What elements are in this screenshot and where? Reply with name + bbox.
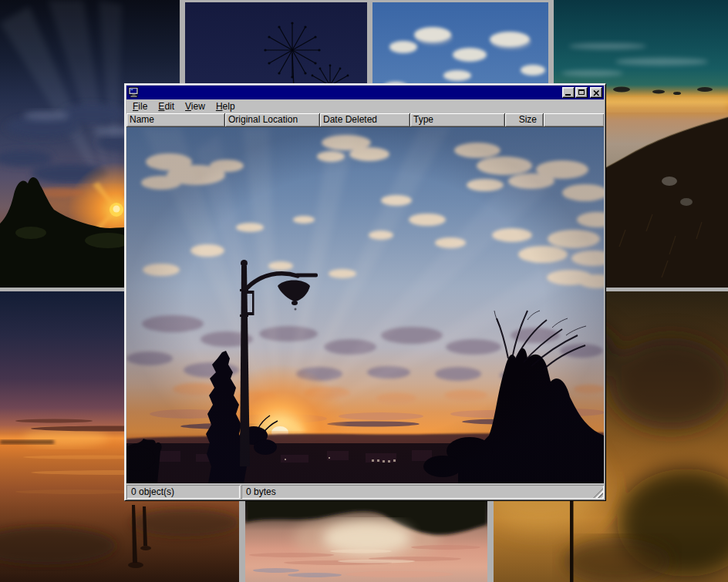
sunset-lamp-photo	[126, 127, 604, 483]
computer-icon[interactable]	[128, 87, 140, 98]
close-icon	[593, 90, 600, 96]
desktop: { "window": { "title": "", "menu": { "it…	[0, 0, 728, 582]
column-header-type[interactable]: Type	[410, 113, 505, 127]
minimize-button[interactable]	[562, 87, 575, 98]
column-headers: Name Original Location Date Deleted Type…	[126, 113, 604, 127]
column-header-original-location[interactable]: Original Location	[225, 113, 320, 127]
column-header-filler	[544, 113, 604, 127]
maximize-button[interactable]	[575, 87, 588, 98]
minimize-icon	[565, 94, 571, 96]
maximize-icon	[578, 89, 585, 95]
status-byte-count: 0 bytes	[241, 485, 604, 499]
recycle-bin-window: File Edit View Help Name Original Locati…	[124, 83, 606, 501]
column-header-name[interactable]: Name	[126, 113, 225, 127]
menu-edit[interactable]: Edit	[153, 100, 180, 113]
menu-help[interactable]: Help	[211, 100, 241, 113]
column-header-date-deleted[interactable]: Date Deleted	[320, 113, 410, 127]
status-object-count: 0 object(s)	[126, 485, 240, 499]
vignette	[126, 127, 604, 483]
column-header-size[interactable]: Size	[505, 113, 544, 127]
titlebar[interactable]	[126, 86, 604, 99]
file-list-area[interactable]	[126, 127, 604, 483]
menubar: File Edit View Help	[126, 99, 604, 113]
menu-file[interactable]: File	[127, 100, 153, 113]
statusbar: 0 object(s) 0 bytes	[126, 483, 604, 499]
menu-view[interactable]: View	[180, 100, 211, 113]
close-button[interactable]	[590, 87, 602, 98]
